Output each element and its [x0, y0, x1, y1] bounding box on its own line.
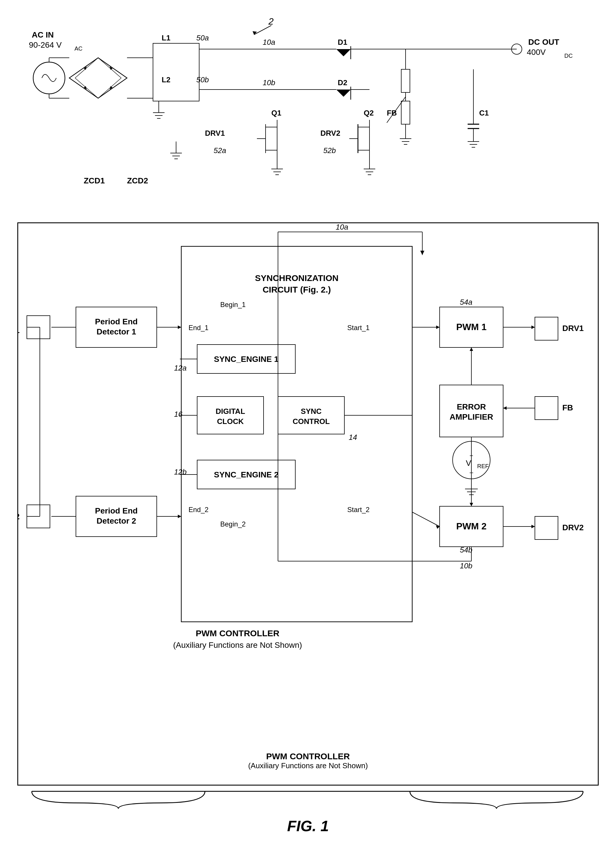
svg-rect-139: [440, 385, 503, 437]
ac-in-label: AC IN: [32, 30, 54, 39]
svg-text:End_2: End_2: [189, 506, 208, 513]
svg-text:SYNC: SYNC: [301, 407, 322, 415]
svg-text:ZCD2: ZCD2: [127, 176, 148, 185]
figure-caption-area: FIG. 1: [17, 788, 599, 835]
top-circuit-diagram: 2 AC IN 90-264 V AC: [17, 11, 599, 214]
pwm-controller-subtitle: (Auxiliary Functions are Not Shown): [18, 761, 598, 770]
svg-marker-177: [178, 515, 181, 518]
svg-text:DRV1: DRV1: [205, 129, 225, 137]
svg-line-5: [98, 78, 121, 98]
svg-text:ZCD2: ZCD2: [18, 512, 20, 521]
svg-text:DRV2: DRV2: [321, 129, 340, 137]
svg-text:50b: 50b: [196, 76, 209, 84]
svg-rect-111: [197, 397, 264, 434]
svg-text:CONTROL: CONTROL: [293, 417, 330, 426]
svg-text:PWM 1: PWM 1: [456, 322, 487, 332]
svg-rect-142: [535, 397, 558, 420]
svg-line-3: [98, 58, 121, 78]
svg-rect-159: [440, 506, 503, 547]
svg-rect-135: [535, 317, 558, 340]
svg-marker-145: [503, 406, 507, 410]
svg-rect-116: [278, 397, 344, 434]
svg-text:(Auxiliary Functions are Not S: (Auxiliary Functions are Not Shown): [173, 640, 302, 650]
svg-marker-158: [470, 503, 473, 506]
svg-text:PWM CONTROLLER: PWM CONTROLLER: [196, 628, 280, 638]
svg-line-0: [254, 25, 271, 35]
svg-text:Detector 1: Detector 1: [97, 327, 136, 336]
svg-text:D1: D1: [338, 38, 347, 47]
svg-text:SYNC_ENGINE 2: SYNC_ENGINE 2: [214, 470, 278, 479]
svg-text:ERROR: ERROR: [457, 402, 486, 411]
svg-text:14: 14: [349, 433, 357, 442]
ac-subscript: AC: [74, 46, 83, 52]
svg-rect-121: [197, 460, 295, 489]
svg-point-146: [453, 441, 490, 479]
svg-text:V: V: [466, 459, 471, 467]
bridge-rectifier: [69, 58, 127, 98]
svg-rect-94: [27, 316, 50, 339]
svg-text:DC OUT: DC OUT: [528, 38, 559, 47]
svg-text:Start_2: Start_2: [347, 506, 369, 513]
brace-svg: [17, 788, 599, 812]
svg-text:ZCD1: ZCD1: [84, 176, 105, 185]
svg-text:D2: D2: [338, 78, 347, 87]
svg-rect-173: [76, 496, 157, 537]
svg-rect-101: [181, 246, 412, 622]
svg-text:10b: 10b: [460, 562, 472, 570]
svg-rect-132: [440, 307, 503, 348]
svg-text:50a: 50a: [196, 33, 209, 42]
svg-text:DC: DC: [564, 53, 573, 59]
page-container: 2 AC IN 90-264 V AC: [0, 0, 616, 867]
svg-text:–: –: [470, 469, 473, 476]
svg-text:10b: 10b: [263, 78, 275, 87]
svg-text:Q2: Q2: [364, 109, 374, 117]
svg-line-4: [75, 78, 98, 98]
svg-text:End_1: End_1: [189, 324, 208, 332]
svg-text:DRV2: DRV2: [562, 523, 584, 532]
svg-text:FB: FB: [562, 403, 573, 412]
svg-text:L1: L1: [162, 33, 170, 42]
svg-text:16: 16: [174, 410, 182, 419]
svg-marker-93: [420, 251, 424, 255]
svg-text:Begin_2: Begin_2: [220, 520, 246, 528]
pwm-controller-title: PWM CONTROLLER: [18, 752, 598, 761]
svg-rect-97: [76, 307, 157, 348]
pwm-controller-label: PWM CONTROLLER (Auxiliary Functions are …: [18, 752, 598, 770]
figure-title: FIG. 1: [287, 817, 329, 835]
figure-ref-arrow: 2: [268, 16, 273, 27]
svg-text:Q1: Q1: [271, 109, 281, 117]
svg-text:12b: 12b: [174, 467, 187, 476]
svg-text:DRV1: DRV1: [562, 324, 584, 333]
svg-text:Period End: Period End: [95, 317, 138, 326]
svg-rect-170: [27, 505, 50, 528]
ac-sine: [42, 74, 56, 82]
svg-text:54b: 54b: [460, 546, 472, 554]
svg-text:52b: 52b: [323, 146, 336, 155]
svg-rect-166: [535, 516, 558, 540]
svg-text:SYNC_ENGINE 1: SYNC_ENGINE 1: [214, 355, 278, 363]
svg-line-178: [412, 512, 440, 527]
svg-text:Begin_1: Begin_1: [220, 301, 246, 308]
svg-text:C1: C1: [479, 109, 489, 117]
svg-text:PWM 2: PWM 2: [456, 521, 487, 532]
d1-diode: [336, 49, 351, 56]
svg-marker-131: [436, 326, 440, 329]
svg-text:CIRCUIT (Fig. 2.): CIRCUIT (Fig. 2.): [263, 285, 331, 294]
svg-text:400V: 400V: [527, 48, 546, 57]
svg-text:ZCD1: ZCD1: [18, 326, 20, 335]
svg-text:+: +: [470, 452, 473, 459]
svg-text:10a: 10a: [336, 223, 348, 231]
svg-marker-129: [178, 326, 181, 329]
bottom-block-diagram: 10a ZCD1 Period End Detector 1 SYNCHRONI…: [17, 222, 599, 785]
transformer-block: [153, 43, 199, 101]
svg-text:Start_1: Start_1: [347, 324, 369, 332]
svg-text:52a: 52a: [214, 146, 226, 155]
svg-rect-61: [401, 69, 410, 93]
svg-marker-179: [436, 526, 440, 529]
svg-rect-62: [401, 101, 410, 124]
svg-rect-107: [197, 345, 295, 373]
ac-voltage: 90-264 V: [29, 41, 62, 49]
svg-text:12a: 12a: [174, 363, 187, 372]
svg-text:AMPLIFIER: AMPLIFIER: [450, 412, 493, 422]
svg-text:DIGITAL: DIGITAL: [215, 407, 245, 415]
